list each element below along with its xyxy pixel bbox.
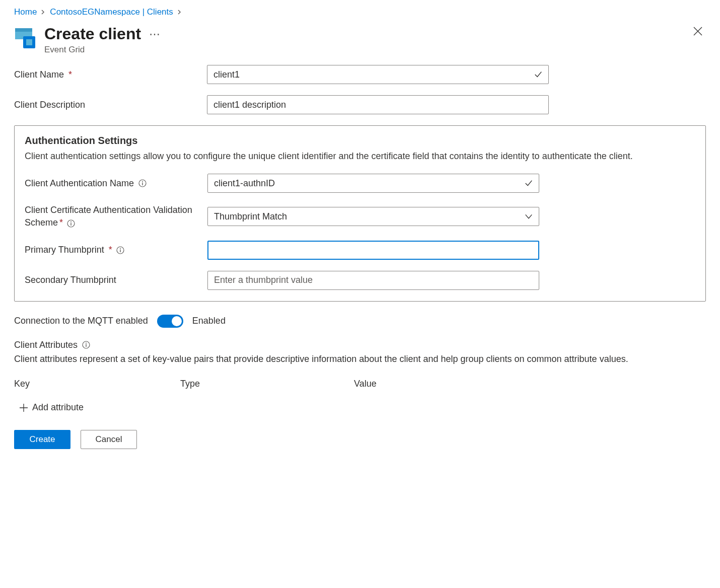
svg-rect-15	[86, 344, 86, 347]
info-icon[interactable]	[138, 179, 147, 188]
attr-column-key: Key	[14, 379, 180, 389]
mqtt-toggle-label: Connection to the MQTT enabled	[14, 316, 148, 326]
chevron-right-icon	[41, 8, 46, 16]
attributes-table-header: Key Type Value	[14, 379, 706, 389]
svg-rect-1	[15, 28, 32, 32]
svg-point-14	[86, 343, 87, 344]
info-icon[interactable]	[66, 219, 75, 228]
resource-icon	[14, 26, 38, 49]
attr-column-type: Type	[180, 379, 354, 389]
client-name-input[interactable]	[207, 65, 549, 84]
svg-point-11	[120, 248, 121, 249]
secondary-thumbprint-input[interactable]	[207, 271, 539, 290]
primary-thumb-label: Primary Thumbprint*	[25, 245, 203, 255]
add-attribute-button[interactable]: Add attribute	[19, 402, 706, 413]
close-button[interactable]	[692, 25, 706, 39]
mqtt-toggle-state: Enabled	[192, 316, 226, 326]
client-desc-input[interactable]	[207, 95, 549, 114]
info-icon[interactable]	[82, 341, 90, 349]
auth-name-input[interactable]	[207, 174, 539, 193]
svg-rect-6	[142, 183, 142, 186]
attr-column-value: Value	[354, 379, 706, 389]
client-attributes-description: Client attributes represent a set of key…	[14, 352, 706, 366]
cancel-button[interactable]: Cancel	[81, 430, 137, 449]
breadcrumb-home[interactable]: Home	[14, 7, 37, 17]
primary-thumbprint-input[interactable]	[207, 241, 539, 260]
svg-point-8	[70, 221, 71, 222]
svg-point-5	[142, 181, 143, 182]
svg-rect-3	[26, 39, 32, 45]
client-name-label: Client Name*	[14, 69, 203, 80]
authentication-settings-panel: Authentication Settings Client authentic…	[14, 125, 706, 301]
auth-panel-title: Authentication Settings	[25, 135, 695, 146]
breadcrumb-namespace[interactable]: ContosoEGNamespace | Clients	[50, 7, 173, 17]
client-attributes-heading: Client Attributes	[14, 340, 78, 350]
page-title: Create client	[44, 25, 141, 43]
svg-rect-12	[120, 249, 121, 252]
auth-name-label: Client Authentication Name	[25, 178, 203, 189]
validation-scheme-label: Client Certificate Authentication Valida…	[25, 204, 203, 229]
plus-icon	[19, 403, 28, 412]
auth-panel-description: Client authentication settings allow you…	[25, 150, 695, 163]
svg-rect-9	[70, 223, 71, 226]
validation-scheme-select[interactable]: Thumbprint Match	[207, 207, 539, 226]
secondary-thumb-label: Secondary Thumbprint	[25, 275, 203, 285]
page-subtitle: Event Grid	[44, 45, 686, 55]
more-actions-button[interactable]: ⋯	[147, 28, 163, 41]
create-button[interactable]: Create	[14, 430, 70, 449]
info-icon[interactable]	[116, 246, 125, 254]
page-header: Create client ⋯ Event Grid	[14, 25, 706, 55]
client-desc-label: Client Description	[14, 100, 203, 110]
chevron-right-icon	[177, 8, 182, 16]
breadcrumb: Home ContosoEGNamespace | Clients	[14, 7, 706, 17]
mqtt-toggle[interactable]	[157, 315, 183, 328]
